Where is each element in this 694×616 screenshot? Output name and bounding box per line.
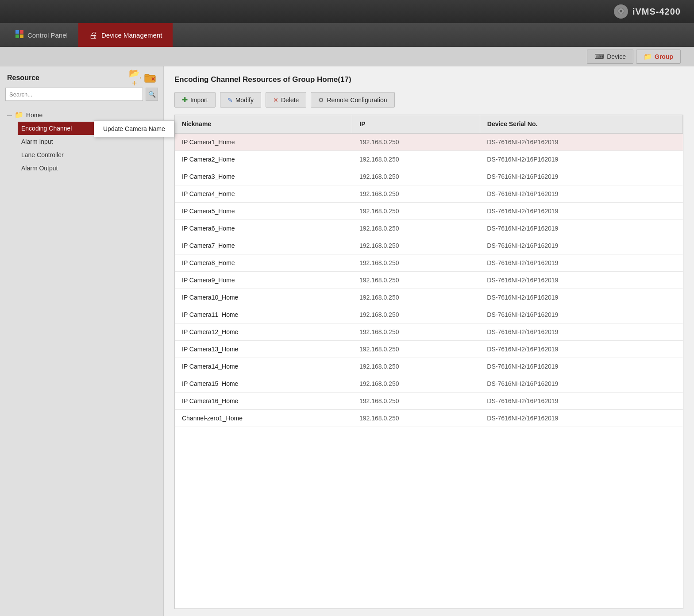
tree-root-home[interactable]: — 📁 Home: [0, 108, 163, 122]
table-row[interactable]: IP Camera10_Home192.168.0.250DS-7616NI-I…: [175, 289, 683, 306]
search-bar: 🔍: [0, 88, 163, 106]
tree-lane-controller[interactable]: Lane Controller: [18, 148, 163, 162]
table-row[interactable]: Channel-zero1_Home192.168.0.250DS-7616NI…: [175, 410, 683, 427]
search-button[interactable]: 🔍: [146, 88, 158, 101]
delete-button[interactable]: ✕ Delete: [266, 92, 306, 108]
cell-ip: 192.168.0.250: [352, 237, 480, 254]
tab-group-label: Group: [655, 53, 673, 60]
cell-nickname: IP Camera9_Home: [175, 272, 352, 289]
context-menu: Update Camera Name: [94, 120, 174, 137]
svg-rect-3: [619, 15, 623, 16]
search-icon: 🔍: [148, 91, 156, 98]
resource-tree: — 📁 Home Encoding Channel Alarm Input La…: [0, 106, 163, 177]
add-group-icon: 📂+: [129, 68, 140, 89]
keyboard-icon: ⌨: [594, 53, 604, 61]
cell-ip: 192.168.0.250: [352, 185, 480, 203]
svg-rect-7: [20, 35, 23, 38]
cell-serial: DS-7616NI-I2/16P162019: [480, 220, 682, 237]
grid-icon: [15, 30, 24, 41]
svg-rect-4: [15, 30, 19, 34]
toolbar: ✚ Import ✎ Modify ✕ Delete ⚙ Remote Conf…: [174, 92, 683, 108]
cell-ip: 192.168.0.250: [352, 358, 480, 375]
table-body: IP Camera1_Home192.168.0.250DS-7616NI-I2…: [175, 133, 683, 427]
folder-red-icon: 📁: [644, 53, 652, 61]
col-serial: Device Serial No.: [480, 115, 682, 133]
table-row[interactable]: IP Camera16_Home192.168.0.250DS-7616NI-I…: [175, 393, 683, 410]
search-input[interactable]: [5, 88, 143, 101]
cell-nickname: Channel-zero1_Home: [175, 410, 352, 427]
context-menu-update-camera-name[interactable]: Update Camera Name: [94, 121, 174, 137]
table-row[interactable]: IP Camera12_Home192.168.0.250DS-7616NI-I…: [175, 323, 683, 341]
cell-nickname: IP Camera5_Home: [175, 203, 352, 220]
remote-config-label: Remote Configuration: [327, 96, 387, 104]
cell-ip: 192.168.0.250: [352, 323, 480, 341]
table-row[interactable]: IP Camera4_Home192.168.0.250DS-7616NI-I2…: [175, 185, 683, 203]
folder-icon: 📁: [15, 111, 23, 119]
main-layout: Resource 📂+ + ✕: [0, 66, 694, 616]
remote-config-button[interactable]: ⚙ Remote Configuration: [311, 92, 394, 108]
table-row[interactable]: IP Camera9_Home192.168.0.250DS-7616NI-I2…: [175, 272, 683, 289]
delete-group-button[interactable]: ✕: [144, 73, 156, 83]
add-group-button[interactable]: 📂+ +: [129, 73, 141, 83]
cell-ip: 192.168.0.250: [352, 375, 480, 393]
col-ip: IP: [352, 115, 480, 133]
cell-serial: DS-7616NI-I2/16P162019: [480, 185, 682, 203]
cell-nickname: IP Camera14_Home: [175, 358, 352, 375]
nav-control-panel[interactable]: Control Panel: [4, 23, 78, 47]
cell-nickname: IP Camera1_Home: [175, 133, 352, 151]
cell-serial: DS-7616NI-I2/16P162019: [480, 151, 682, 168]
cell-serial: DS-7616NI-I2/16P162019: [480, 272, 682, 289]
tab-group[interactable]: 📁 Group: [636, 50, 681, 64]
nav-bar: Control Panel 🖨 Device Management: [0, 23, 694, 47]
modify-button[interactable]: ✎ Modify: [220, 92, 261, 108]
cell-nickname: IP Camera11_Home: [175, 306, 352, 323]
tree-alarm-output[interactable]: Alarm Output: [18, 162, 163, 175]
cell-serial: DS-7616NI-I2/16P162019: [480, 358, 682, 375]
table-row[interactable]: IP Camera11_Home192.168.0.250DS-7616NI-I…: [175, 306, 683, 323]
sidebar-header: Resource 📂+ + ✕: [0, 66, 163, 88]
cell-serial: DS-7616NI-I2/16P162019: [480, 393, 682, 410]
tab-device[interactable]: ⌨ Device: [587, 50, 633, 64]
sidebar: Resource 📂+ + ✕: [0, 66, 164, 616]
collapse-icon: —: [7, 112, 12, 118]
cell-nickname: IP Camera7_Home: [175, 237, 352, 254]
tab-bar: ⌨ Device 📁 Group: [0, 47, 694, 66]
table-row[interactable]: IP Camera5_Home192.168.0.250DS-7616NI-I2…: [175, 203, 683, 220]
app-title: iVMS-4200: [632, 7, 681, 17]
svg-rect-12: [145, 74, 149, 76]
cell-serial: DS-7616NI-I2/16P162019: [480, 133, 682, 151]
cell-ip: 192.168.0.250: [352, 168, 480, 185]
cell-serial: DS-7616NI-I2/16P162019: [480, 254, 682, 272]
table-row[interactable]: IP Camera15_Home192.168.0.250DS-7616NI-I…: [175, 375, 683, 393]
cell-serial: DS-7616NI-I2/16P162019: [480, 306, 682, 323]
tree-root-label: Home: [26, 112, 42, 119]
table-row[interactable]: IP Camera7_Home192.168.0.250DS-7616NI-I2…: [175, 237, 683, 254]
table-row[interactable]: IP Camera1_Home192.168.0.250DS-7616NI-I2…: [175, 133, 683, 151]
cell-ip: 192.168.0.250: [352, 341, 480, 358]
table-row[interactable]: IP Camera6_Home192.168.0.250DS-7616NI-I2…: [175, 220, 683, 237]
tab-device-label: Device: [607, 53, 626, 60]
cell-serial: DS-7616NI-I2/16P162019: [480, 375, 682, 393]
app-icon: [614, 4, 628, 19]
svg-point-1: [620, 10, 622, 12]
delete-folder-icon: ✕: [144, 73, 156, 83]
cell-serial: DS-7616NI-I2/16P162019: [480, 341, 682, 358]
svg-rect-5: [20, 30, 23, 34]
cell-ip: 192.168.0.250: [352, 410, 480, 427]
cell-nickname: IP Camera3_Home: [175, 168, 352, 185]
cell-ip: 192.168.0.250: [352, 272, 480, 289]
table-row[interactable]: IP Camera8_Home192.168.0.250DS-7616NI-I2…: [175, 254, 683, 272]
table-row[interactable]: IP Camera3_Home192.168.0.250DS-7616NI-I2…: [175, 168, 683, 185]
nav-device-management[interactable]: 🖨 Device Management: [78, 23, 173, 47]
svg-text:✕: ✕: [151, 76, 155, 82]
cell-nickname: IP Camera13_Home: [175, 341, 352, 358]
cell-nickname: IP Camera4_Home: [175, 185, 352, 203]
delete-label: Delete: [281, 96, 299, 104]
import-button[interactable]: ✚ Import: [174, 92, 216, 108]
title-bar: iVMS-4200: [0, 0, 694, 23]
cell-nickname: IP Camera10_Home: [175, 289, 352, 306]
table-row[interactable]: IP Camera2_Home192.168.0.250DS-7616NI-I2…: [175, 151, 683, 168]
table-row[interactable]: IP Camera14_Home192.168.0.250DS-7616NI-I…: [175, 358, 683, 375]
table-row[interactable]: IP Camera13_Home192.168.0.250DS-7616NI-I…: [175, 341, 683, 358]
sidebar-actions: 📂+ + ✕: [129, 73, 156, 83]
